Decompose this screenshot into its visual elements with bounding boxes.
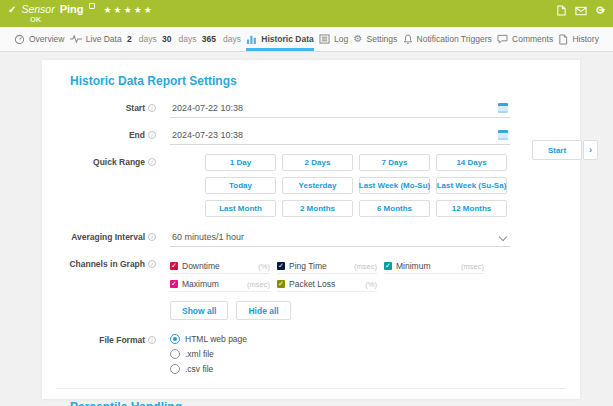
end-row: End i 2024-07-23 10:38 xyxy=(42,127,580,145)
channel-checkbox[interactable]: ✓ xyxy=(277,280,285,288)
bell-icon xyxy=(403,34,413,45)
quick-range-row: Quick Range i 1 Day 2 Days 7 Days 14 Day… xyxy=(42,154,580,217)
channel-checkbox[interactable]: ✓ xyxy=(384,262,392,270)
tab-log[interactable]: Log xyxy=(319,27,348,51)
channel-checkbox[interactable]: ✓ xyxy=(170,262,178,270)
start-row: Start i 2024-07-22 10:38 xyxy=(42,100,580,118)
quick-range-button[interactable]: Yesterday xyxy=(282,177,353,194)
quick-range-button[interactable]: 2 Days xyxy=(282,154,353,171)
channels-in-graph-label: Channels in Graph xyxy=(69,259,145,269)
averaging-interval-select[interactable]: 60 minutes/1 hour xyxy=(170,229,510,247)
file-format-label: File Format xyxy=(99,335,145,345)
channel-downtime: ✓ Downtime (%) xyxy=(170,261,270,274)
tab-365-days[interactable]: 365days xyxy=(202,27,241,51)
radio xyxy=(170,349,180,359)
gauge-icon xyxy=(14,34,25,45)
file-format-row: File Format i HTML web page .xml file .c… xyxy=(42,332,580,374)
file-format-option-html[interactable]: HTML web page xyxy=(170,334,247,344)
tab-live-data[interactable]: Live Data xyxy=(70,27,122,51)
quick-range-button[interactable]: 6 Months xyxy=(359,200,430,217)
report-icon[interactable] xyxy=(556,5,567,16)
tab-historic-data[interactable]: Historic Data xyxy=(246,27,313,51)
quick-range-button[interactable]: 2 Months xyxy=(282,200,353,217)
show-all-button[interactable]: Show all xyxy=(170,301,228,320)
radio-selected xyxy=(170,334,180,344)
gear-icon: ⚙ xyxy=(354,34,363,44)
percentile-section-title: Percentile Handling xyxy=(70,400,580,406)
end-date-input[interactable]: 2024-07-23 10:38 xyxy=(170,127,510,145)
prtg-window: ✓ Sensor Ping ★★★★★ OK ⚙ ▾ Overview Live… xyxy=(0,0,613,406)
status-badge: OK xyxy=(30,15,41,24)
file-format-option-csv[interactable]: .csv file xyxy=(170,364,247,374)
info-icon[interactable]: i xyxy=(148,131,156,139)
tab-bar: Overview Live Data 2days 30days 365days … xyxy=(0,27,613,52)
quick-range-button[interactable]: Today xyxy=(205,177,276,194)
quick-range-button[interactable]: Last Month xyxy=(205,200,276,217)
hide-all-button[interactable]: Hide all xyxy=(236,301,290,320)
speech-bubble-icon xyxy=(497,34,508,44)
end-label: End xyxy=(129,130,145,140)
quick-range-button[interactable]: 12 Months xyxy=(436,200,507,217)
calendar-icon[interactable] xyxy=(498,103,508,113)
email-icon[interactable] xyxy=(575,6,587,16)
tab-overview[interactable]: Overview xyxy=(14,27,64,51)
start-report-group: Start › xyxy=(532,140,598,160)
averaging-interval-label: Averaging Interval xyxy=(71,232,145,242)
start-report-button[interactable]: Start xyxy=(532,140,582,160)
quick-range-label: Quick Range xyxy=(93,157,145,167)
sensor-tag-icon xyxy=(89,3,95,9)
sensor-kind-label: Sensor xyxy=(21,3,54,15)
quick-range-button[interactable]: Last Week (Su-Sa) xyxy=(436,177,507,194)
bar-chart-icon xyxy=(246,34,257,44)
pulse-icon xyxy=(70,34,82,44)
channel-checkbox[interactable]: ✓ xyxy=(170,280,178,288)
info-icon[interactable]: i xyxy=(148,158,156,166)
log-list-icon xyxy=(319,34,330,44)
averaging-row: Averaging Interval i 60 minutes/1 hour xyxy=(42,229,580,247)
tab-notification-triggers[interactable]: Notification Triggers xyxy=(403,27,492,51)
status-check-icon: ✓ xyxy=(8,4,16,15)
info-icon[interactable]: i xyxy=(148,233,156,241)
channel-packet-loss: ✓ Packet Loss (%) xyxy=(277,279,377,292)
info-icon[interactable]: i xyxy=(148,104,156,112)
tab-history[interactable]: History xyxy=(558,27,598,51)
channel-maximum: ✓ Maximum (msec) xyxy=(170,279,270,292)
tab-comments[interactable]: Comments xyxy=(497,27,553,51)
info-icon[interactable]: i xyxy=(148,336,156,344)
start-date-input[interactable]: 2024-07-22 10:38 xyxy=(170,100,510,118)
priority-stars[interactable]: ★★★★★ xyxy=(104,5,154,15)
quick-range-button[interactable]: Last Week (Mo-Su) xyxy=(359,177,430,194)
channel-minimum: ✓ Minimum (msec) xyxy=(384,261,484,274)
file-format-option-xml[interactable]: .xml file xyxy=(170,349,247,359)
tab-2-days[interactable]: 2days xyxy=(127,27,157,51)
start-label: Start xyxy=(126,103,145,113)
context-menu-button[interactable]: ⚙ ▾ xyxy=(595,5,605,16)
start-arrow-button[interactable]: › xyxy=(583,140,598,160)
quick-range-button[interactable]: 7 Days xyxy=(359,154,430,171)
radio xyxy=(170,364,180,374)
section-divider xyxy=(56,388,566,389)
history-page-icon xyxy=(558,34,568,45)
tab-settings[interactable]: ⚙ Settings xyxy=(354,27,398,51)
tab-30-days[interactable]: 30days xyxy=(162,27,196,51)
quick-range-button[interactable]: 1 Day xyxy=(205,154,276,171)
calendar-icon[interactable] xyxy=(498,130,508,140)
channel-checkbox[interactable]: ✓ xyxy=(277,262,285,270)
sensor-header: ✓ Sensor Ping ★★★★★ OK ⚙ ▾ xyxy=(0,0,613,27)
info-icon[interactable]: i xyxy=(148,260,156,268)
page-title: Historic Data Report Settings xyxy=(70,74,580,88)
channel-ping-time: ✓ Ping Time (msec) xyxy=(277,261,377,274)
settings-card: Historic Data Report Settings Start i 20… xyxy=(42,60,580,399)
caret-down-icon: ▾ xyxy=(601,7,605,15)
quick-range-button[interactable]: 14 Days xyxy=(436,154,507,171)
sensor-name: Ping xyxy=(60,3,84,15)
channels-row: Channels in Graph i ✓ Downtime (%) ✓ xyxy=(42,258,580,320)
chevron-down-icon xyxy=(499,233,507,241)
